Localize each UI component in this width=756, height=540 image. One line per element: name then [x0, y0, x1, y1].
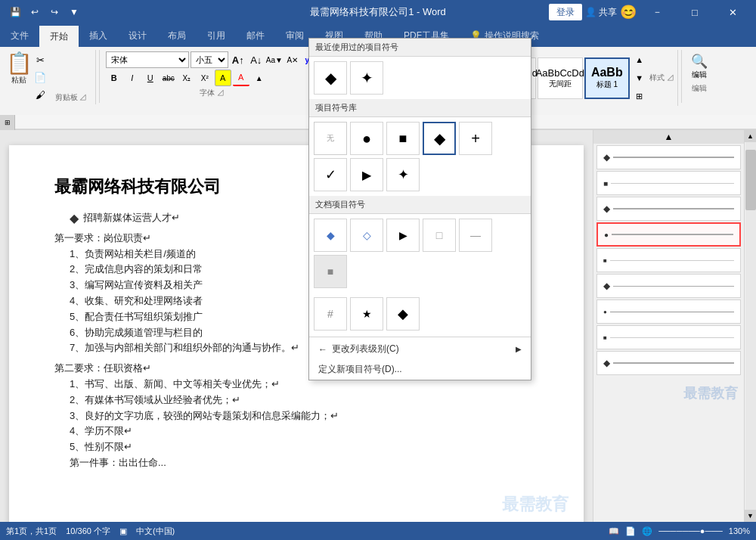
- window-controls: 登录 👤 共享 😊 － □ ✕: [549, 0, 750, 24]
- doc-item-4[interactable]: □: [423, 219, 456, 252]
- share-icon: 👤: [585, 7, 596, 17]
- redo-icon[interactable]: ↪: [45, 3, 64, 21]
- library-arrow[interactable]: ▶: [350, 158, 383, 191]
- right-item-7[interactable]: ●: [596, 299, 741, 324]
- bold-button[interactable]: B: [106, 70, 122, 86]
- popup-sep1: [309, 337, 531, 337]
- library-check[interactable]: ✓: [314, 158, 347, 191]
- doc-item-3[interactable]: ▶: [386, 219, 420, 252]
- font-size-select[interactable]: 小五: [191, 51, 228, 68]
- styles-scroll-down[interactable]: ▼: [631, 70, 648, 86]
- define-new-label: 定义新项目符号(D)...: [318, 363, 402, 376]
- right-item-8[interactable]: ■: [596, 325, 741, 349]
- change-level-icon: ←: [318, 344, 327, 355]
- scroll-up-arrow[interactable]: ▲: [745, 130, 757, 142]
- library-star4[interactable]: ✦: [386, 158, 420, 191]
- scroll-track[interactable]: [745, 142, 756, 510]
- library-none[interactable]: 无: [314, 122, 347, 155]
- library-plus[interactable]: +: [459, 122, 492, 155]
- ruler-corner[interactable]: ⊞: [0, 115, 15, 130]
- doc-item-6[interactable]: ■: [314, 255, 347, 288]
- change-case-button[interactable]: Aa▼: [266, 51, 283, 68]
- subscript-button[interactable]: X₂: [178, 70, 195, 86]
- scroll-thumb[interactable]: [745, 150, 756, 210]
- underline-button[interactable]: U: [142, 70, 159, 86]
- save-icon[interactable]: 💾: [6, 3, 24, 21]
- login-button[interactable]: 登录: [549, 4, 582, 20]
- change-level-item[interactable]: ← 更改列表级别(C) ▶: [309, 339, 531, 359]
- tab-mailings[interactable]: 邮件: [236, 24, 275, 47]
- doc-item-8[interactable]: ★: [350, 297, 383, 331]
- strikethrough-button[interactable]: abc: [160, 70, 177, 86]
- no-spacing-style[interactable]: AaBbCcDd 无间距: [538, 57, 583, 99]
- view-web-icon[interactable]: 🌐: [642, 526, 652, 536]
- heading1-style[interactable]: AaBb 标题 1: [584, 57, 630, 99]
- right-scroll-up[interactable]: ▲: [593, 130, 744, 144]
- tab-insert[interactable]: 插入: [79, 24, 118, 47]
- right-panel: ▲ ◆ ■ ◆ ● ■ ◆ ● ■: [593, 130, 744, 522]
- window-title: 最需网络科技有限公司1 - Word: [310, 5, 446, 19]
- right-item-5[interactable]: ■: [596, 248, 741, 272]
- clear-format-button[interactable]: A✕: [284, 51, 301, 68]
- doc-item-7[interactable]: #: [314, 297, 347, 331]
- right-item-2-bullet: ■: [603, 179, 608, 188]
- right-item-1[interactable]: ◆: [596, 145, 741, 169]
- copy-button[interactable]: 📄: [32, 69, 48, 85]
- tab-layout[interactable]: 布局: [157, 24, 197, 47]
- library-circle[interactable]: ●: [350, 122, 383, 155]
- tab-references[interactable]: 引用: [197, 24, 236, 47]
- clipboard-small-buttons: ✂ 📄 🖌: [32, 51, 48, 103]
- library-diamond[interactable]: ◆: [423, 122, 456, 155]
- recent-title: 最近使用过的项目符号: [309, 39, 531, 57]
- vertical-scrollbar[interactable]: ▲ ▼: [744, 130, 756, 522]
- text-highlight-button[interactable]: A: [215, 70, 231, 86]
- italic-button[interactable]: I: [124, 70, 141, 86]
- font-color-button[interactable]: A: [233, 70, 249, 86]
- recent-item-2[interactable]: ✦: [350, 61, 383, 95]
- doc-item-1[interactable]: ◆: [314, 219, 347, 252]
- find-button[interactable]: 🔍 编辑: [688, 51, 711, 82]
- scroll-down-arrow[interactable]: ▼: [745, 510, 757, 522]
- view-print-icon[interactable]: 📄: [625, 526, 636, 536]
- increase-font-button[interactable]: A↑: [230, 51, 246, 68]
- right-item-8-bullet: ■: [603, 334, 607, 341]
- change-level-arrow: ▶: [516, 345, 522, 353]
- share-button[interactable]: 👤 共享: [585, 6, 617, 19]
- doc-item-5[interactable]: —: [459, 219, 492, 252]
- define-new-item[interactable]: 定义新项目符号(D)...: [309, 359, 531, 380]
- tab-design[interactable]: 设计: [118, 24, 157, 47]
- right-item-4[interactable]: ●: [596, 222, 741, 247]
- format-painter-button[interactable]: 🖌: [32, 86, 48, 103]
- emoji-button[interactable]: 😊: [620, 4, 637, 20]
- doc-item-9[interactable]: ◆: [386, 297, 420, 331]
- close-button[interactable]: ✕: [715, 0, 750, 24]
- status-right: 📖 📄 🌐 ───────●─── 130%: [609, 526, 750, 536]
- recent-item-1[interactable]: ◆: [314, 61, 347, 95]
- customize-icon[interactable]: ▼: [65, 3, 83, 21]
- tab-file[interactable]: 文件: [0, 24, 39, 47]
- zoom-slider[interactable]: ───────●───: [658, 526, 723, 535]
- tab-home[interactable]: 开始: [39, 24, 79, 47]
- undo-icon[interactable]: ↩: [26, 3, 44, 21]
- right-item-3[interactable]: ◆: [596, 197, 741, 221]
- superscript-button[interactable]: X²: [197, 70, 213, 86]
- page-status: 第1页，共1页: [6, 526, 57, 537]
- right-item-2[interactable]: ■: [596, 171, 741, 195]
- maximize-button[interactable]: □: [677, 0, 712, 24]
- paste-button[interactable]: 📋 粘贴: [8, 51, 30, 87]
- shading-button[interactable]: ▲: [251, 70, 268, 86]
- library-square[interactable]: ■: [386, 122, 420, 155]
- decrease-font-button[interactable]: A↓: [248, 51, 265, 68]
- right-item-9[interactable]: ◆: [596, 351, 741, 375]
- styles-scroll-up[interactable]: ▲: [631, 51, 648, 68]
- styles-expand[interactable]: ⊞: [631, 88, 648, 104]
- bullet-diamond-icon: ◆: [70, 211, 79, 225]
- doc-title: 文档项目符号: [309, 196, 531, 214]
- doc-item-2[interactable]: ◇: [350, 219, 383, 252]
- font-name-select[interactable]: 宋体: [106, 51, 189, 68]
- view-read-icon[interactable]: 📖: [609, 526, 619, 536]
- right-item-6[interactable]: ◆: [596, 274, 741, 298]
- watermark: 最需教育: [502, 493, 569, 516]
- minimize-button[interactable]: －: [640, 0, 674, 24]
- cut-button[interactable]: ✂: [32, 51, 48, 68]
